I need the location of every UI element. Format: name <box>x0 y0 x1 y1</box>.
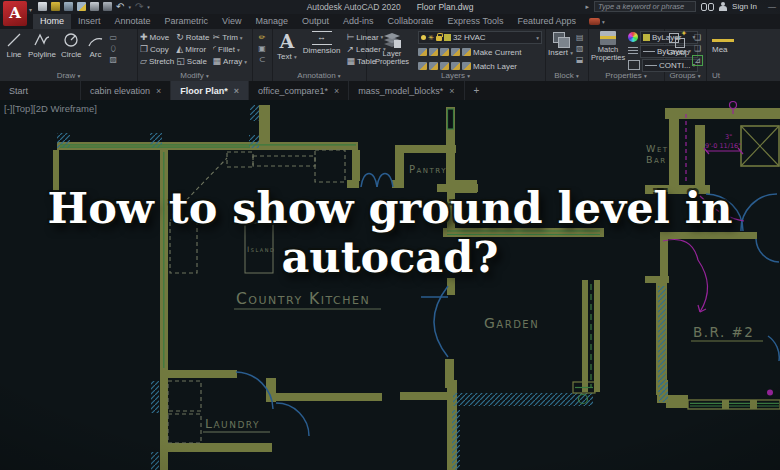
user-account-icon[interactable] <box>719 2 727 11</box>
ungroup-icon[interactable]: ❏ <box>694 33 701 42</box>
color-wheel-icon[interactable] <box>628 32 638 42</box>
viewport-controls[interactable]: [-][Top][2D Wireframe] <box>4 103 97 114</box>
panel-modify: ✚Move ↻Rotate ✂Trim▾ ❐Copy ◭Mirror ◜Fill… <box>137 29 253 81</box>
draw-panel-label[interactable]: Draw <box>57 71 76 80</box>
camera-icon[interactable]: ▣ <box>258 44 266 53</box>
scale-tool[interactable]: ◱Scale <box>176 56 212 67</box>
group-edit-icon[interactable]: ❏ <box>694 44 701 53</box>
sign-in-button[interactable]: Sign In <box>732 2 757 11</box>
close-tab-icon[interactable]: × <box>334 86 339 96</box>
tab-add-ins[interactable]: Add-ins <box>336 14 381 29</box>
close-tab-icon[interactable]: × <box>156 86 161 96</box>
paintbrush-icon[interactable]: ✏ <box>259 33 266 42</box>
clip-icon[interactable]: ⊂ <box>259 55 266 64</box>
array-tool[interactable]: ▦Array▾ <box>213 56 249 67</box>
autocad-app-menu-logo[interactable]: A <box>3 1 27 26</box>
rotate-tool[interactable]: ↻Rotate <box>176 32 212 43</box>
layer-select[interactable]: ✳ 32 HVAC ▾ <box>418 31 542 44</box>
dimension-tool[interactable]: ↔ Dimension <box>303 31 341 55</box>
tab-collaborate[interactable]: Collaborate <box>381 14 441 29</box>
create-block-icon[interactable]: ▤ <box>576 33 584 42</box>
make-current-tool[interactable]: Make Current <box>418 46 542 58</box>
layer-mini-icon[interactable] <box>418 48 427 56</box>
media-dropdown-button[interactable]: ▾ <box>583 14 611 29</box>
line-tool[interactable]: Line <box>5 31 23 59</box>
copy-tool[interactable]: ❐Copy <box>140 44 176 55</box>
hatch-icon[interactable]: ▨ <box>109 55 117 64</box>
search-input[interactable] <box>594 1 696 12</box>
file-tab-office-compare1[interactable]: office_compare1*× <box>249 81 349 100</box>
layer-unlock-icon[interactable] <box>436 36 442 41</box>
tab-output[interactable]: Output <box>295 14 336 29</box>
ellipse-icon[interactable]: ⬯ <box>111 44 116 53</box>
close-tab-icon[interactable]: × <box>449 86 454 96</box>
block-panel-label[interactable]: Block <box>554 71 574 80</box>
rotate-label: Rotate <box>186 33 210 42</box>
linetype-icon[interactable] <box>628 60 640 70</box>
line-icon <box>5 31 23 49</box>
polyline-tool[interactable]: Polyline <box>28 31 56 59</box>
utilities-panel-label[interactable]: Ut <box>712 71 720 80</box>
file-tab-cabin-elevation[interactable]: cabin elevation× <box>81 81 171 100</box>
window-minimize-icon[interactable]: — <box>768 2 776 11</box>
layer-mini-icon[interactable] <box>462 62 471 70</box>
layer-properties-tool[interactable]: Layer Properties <box>370 31 414 66</box>
layer-mini-icon[interactable] <box>440 48 449 56</box>
group-tool[interactable]: ✦ Group <box>667 31 689 57</box>
modify-panel-label[interactable]: Modify <box>180 71 204 80</box>
tab-express-tools[interactable]: Express Tools <box>441 14 511 29</box>
rectangle-icon[interactable]: ▭ <box>109 33 117 42</box>
layer-mini-icon[interactable] <box>429 62 438 70</box>
layer-mini-icon[interactable] <box>462 48 471 56</box>
drawing-canvas[interactable]: [-][Top][2D Wireframe] <box>0 100 780 470</box>
move-icon: ✚ <box>140 32 148 43</box>
stretch-tool[interactable]: ▱Stretch <box>140 56 176 67</box>
edit-block-icon[interactable]: ▧ <box>576 44 584 53</box>
file-tab-start[interactable]: Start <box>0 81 81 100</box>
tab-insert[interactable]: Insert <box>71 14 108 29</box>
layer-mini-icon[interactable] <box>440 62 449 70</box>
properties-panel-label[interactable]: Properties <box>605 71 641 80</box>
app-menu-caret-icon[interactable]: ▾ <box>29 6 32 13</box>
file-tab-mass-model-blocks[interactable]: mass_model_blocks*× <box>349 81 464 100</box>
tab-manage[interactable]: Manage <box>248 14 295 29</box>
close-tab-icon[interactable]: × <box>234 86 239 96</box>
layers-panel-label[interactable]: Layers <box>441 71 465 80</box>
block-attrs-icon[interactable]: ⬓ <box>576 55 584 64</box>
file-tab-floor-plan[interactable]: Floor Plan*× <box>171 81 249 100</box>
match-properties-tool[interactable]: Match Properties <box>591 31 625 62</box>
new-tab-button[interactable]: + <box>465 81 489 100</box>
trim-tool[interactable]: ✂Trim▾ <box>213 32 249 43</box>
insert-block-icon <box>552 31 570 47</box>
tab-annotate[interactable]: Annotate <box>108 14 158 29</box>
arc-tool[interactable]: Arc <box>86 31 104 59</box>
group-select-icon[interactable]: ⊿ <box>692 55 703 66</box>
search-binoculars-icon[interactable] <box>701 3 714 11</box>
text-label: Text <box>277 52 292 61</box>
layer-on-icon[interactable] <box>421 35 426 40</box>
annotation-panel-label[interactable]: Annotation <box>297 71 335 80</box>
layer-mini-icon[interactable] <box>451 48 460 56</box>
titlebar-right: ▸ Sign In — <box>586 1 776 12</box>
lineweight-icon[interactable] <box>628 47 638 55</box>
search-expander-icon[interactable]: ▸ <box>586 3 590 11</box>
fillet-tool[interactable]: ◜Fillet▾ <box>213 44 249 55</box>
groups-panel-label[interactable]: Groups <box>669 71 695 80</box>
mirror-tool[interactable]: ◭Mirror <box>176 44 212 55</box>
tab-featured-apps[interactable]: Featured Apps <box>510 14 583 29</box>
layer-color-swatch[interactable] <box>444 34 451 41</box>
tab-parametric[interactable]: Parametric <box>158 14 216 29</box>
tab-home[interactable]: Home <box>33 14 71 29</box>
text-tool[interactable]: A Text ▾ <box>277 31 297 61</box>
tab-view[interactable]: View <box>215 14 248 29</box>
layer-mini-icon[interactable] <box>429 48 438 56</box>
layer-mini-icon[interactable] <box>418 62 427 70</box>
insert-tool[interactable]: Insert ▾ <box>548 31 573 57</box>
layer-thaw-icon[interactable]: ✳ <box>428 34 434 41</box>
measure-icon[interactable] <box>712 39 734 42</box>
circle-tool[interactable]: Circle <box>61 31 81 59</box>
measure-label[interactable]: Mea <box>712 45 728 54</box>
wall-hatching <box>57 105 668 470</box>
layer-mini-icon[interactable] <box>451 62 460 70</box>
move-tool[interactable]: ✚Move <box>140 32 176 43</box>
